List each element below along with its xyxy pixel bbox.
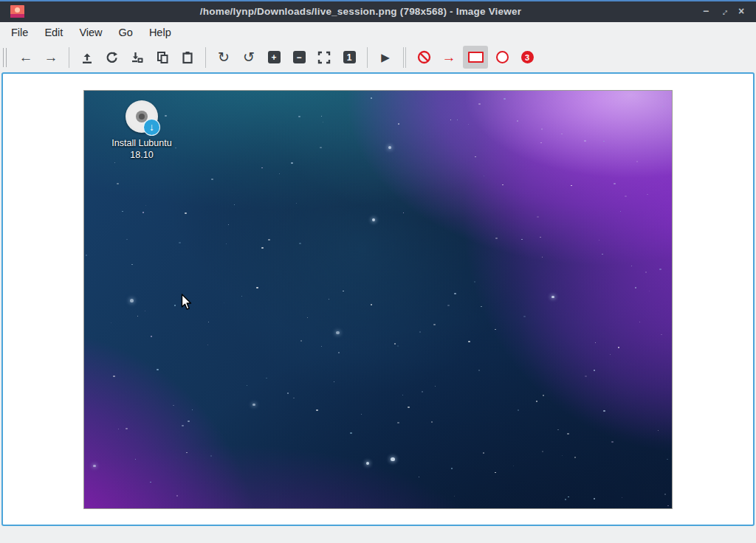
toolbar-separator	[205, 47, 206, 68]
mouse-cursor	[181, 294, 193, 311]
download-badge-icon: ↓	[143, 119, 160, 136]
menu-go[interactable]: Go	[111, 24, 141, 41]
menu-view[interactable]: View	[71, 24, 110, 41]
menu-help[interactable]: Help	[141, 24, 179, 41]
play-icon: ▶	[381, 51, 390, 64]
zoom-in-button[interactable]: +	[263, 46, 285, 69]
image-viewport[interactable]: ↓ Install Lubuntu 18.10	[1, 72, 755, 526]
toolbar-separator	[69, 47, 69, 68]
rotate-clockwise-button[interactable]: ↻	[213, 46, 235, 69]
zoom-out-button[interactable]: −	[288, 46, 310, 69]
install-icon-label: Install Lubuntu 18.10	[100, 137, 183, 162]
app-icon-band	[10, 14, 24, 18]
toolbar-separator	[367, 47, 368, 68]
menu-edit[interactable]: Edit	[36, 24, 71, 41]
app-icon	[10, 5, 24, 18]
menubar: File Edit View Go Help	[0, 22, 756, 43]
slideshow-play-button[interactable]: ▶	[374, 46, 396, 69]
app-icon-sun	[15, 7, 20, 13]
toolbar-separator-double	[403, 47, 404, 68]
number-annotation-icon: 3	[521, 51, 534, 63]
annotation-circle-tool[interactable]	[491, 46, 513, 69]
original-size-icon: 1	[343, 51, 356, 63]
displayed-image[interactable]: ↓ Install Lubuntu 18.10	[83, 90, 673, 509]
upload-button[interactable]	[76, 46, 98, 69]
rectangle-annotation-icon	[468, 52, 484, 63]
circle-annotation-icon	[496, 51, 509, 63]
left-arrow-icon: ←	[19, 50, 33, 64]
image-viewer-window: /home/lynp/Downloads/live_session.png (7…	[0, 0, 756, 543]
reload-button[interactable]	[101, 46, 123, 69]
maximize-button[interactable]: ↔	[715, 3, 732, 19]
save-button[interactable]	[126, 46, 148, 69]
paste-icon	[181, 51, 194, 64]
rotate-ccw-icon: ↺	[243, 50, 255, 64]
minimize-button[interactable]: −	[697, 3, 715, 19]
close-button[interactable]: ×	[732, 3, 750, 19]
window-bottom-strip	[0, 526, 756, 543]
annotation-rectangle-tool[interactable]	[463, 46, 488, 69]
previous-file-button[interactable]: ←	[15, 46, 37, 69]
arrow-annotation-icon: →	[442, 50, 456, 64]
toolbar-drag-handle[interactable]	[3, 48, 7, 67]
paste-button[interactable]	[176, 46, 199, 69]
next-file-button[interactable]: →	[40, 46, 62, 69]
rotate-counterclockwise-button[interactable]: ↺	[238, 46, 260, 69]
titlebar[interactable]: /home/lynp/Downloads/live_session.png (7…	[0, 0, 756, 22]
annotation-none-tool[interactable]	[413, 46, 435, 69]
copy-button[interactable]	[151, 46, 173, 69]
window-title: /home/lynp/Downloads/live_session.png (7…	[24, 6, 697, 17]
fit-to-window-icon	[317, 51, 331, 64]
no-annotation-icon	[417, 50, 431, 64]
annotation-arrow-tool[interactable]: →	[438, 46, 460, 69]
rotate-cw-icon: ↻	[218, 50, 230, 64]
zoom-out-icon: −	[293, 51, 306, 63]
toolbar: ← → ↻ ↺ + − 1 ▶ →	[0, 43, 756, 72]
upload-icon	[80, 51, 94, 64]
zoom-in-icon: +	[268, 51, 281, 63]
right-arrow-icon: →	[44, 50, 58, 64]
menu-file[interactable]: File	[3, 24, 36, 41]
install-lubuntu-desktop-icon: ↓ Install Lubuntu 18.10	[100, 100, 183, 162]
original-size-button[interactable]: 1	[338, 46, 360, 69]
copy-icon	[156, 51, 169, 64]
save-icon	[131, 51, 144, 64]
annotation-number-tool[interactable]: 3	[516, 46, 538, 69]
fit-to-window-button[interactable]	[313, 46, 335, 69]
maximize-icon: ↔	[716, 4, 731, 18]
reload-icon	[106, 51, 119, 64]
